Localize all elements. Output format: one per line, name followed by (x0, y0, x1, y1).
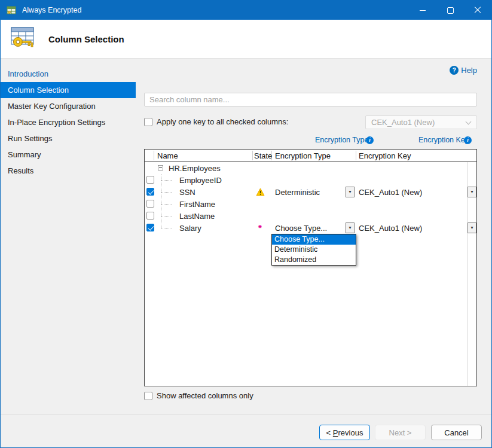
encryption-key-help-link[interactable]: Encryption Key (418, 136, 469, 144)
firstname-checkbox[interactable] (146, 200, 154, 208)
encryption-type-info-icon[interactable]: i (366, 136, 374, 144)
table-group-row: HR.Employees (145, 162, 476, 174)
encryption-type-help-link[interactable]: Encryption Type (315, 136, 368, 144)
column-row-lastname: LastName (145, 210, 476, 222)
maximize-button[interactable] (436, 1, 464, 20)
column-name: FirstName (179, 200, 215, 209)
dropdown-arrow-icon: ▾ (349, 225, 351, 230)
sidebar-item-run-settings[interactable]: Run Settings (1, 130, 136, 147)
table-key-icon (9, 25, 36, 53)
column-name: LastName (179, 212, 215, 221)
show-affected-columns-label: Show affected columns only (157, 391, 253, 400)
grid-header: Name State Encryption Type Encryption Ke… (145, 150, 476, 162)
wizard-header: Column Selection (1, 20, 491, 59)
column-row-ssn: SSN Deterministic ▾ CEK_Auto1 (New) ▾ (145, 186, 476, 198)
next-button[interactable]: Next > (375, 425, 426, 440)
dropdown-arrow-icon: ▾ (470, 190, 473, 194)
salary-checkbox[interactable] (146, 224, 154, 231)
column-header-state[interactable]: State (254, 151, 272, 160)
page-title: Column Selection (48, 34, 124, 44)
previous-button[interactable]: < Previous (319, 425, 370, 440)
help-icon: ? (450, 66, 459, 75)
column-name: EmployeeID (179, 176, 222, 185)
column-header-encryption-type[interactable]: Encryption Type (275, 151, 331, 160)
dropdown-option-deterministic[interactable]: Deterministic (272, 245, 356, 255)
close-button[interactable] (464, 1, 491, 20)
minimize-button[interactable] (409, 1, 436, 20)
ssn-encryption-key-dropdown-button[interactable]: ▾ (467, 187, 476, 197)
column-row-salary: Salary * Choose Type... ▾ CEK_Auto1 (New… (145, 222, 476, 234)
dropdown-option-randomized[interactable]: Randomized (272, 255, 356, 265)
columns-grid: Name State Encryption Type Encryption Ke… (144, 149, 477, 386)
sidebar-item-in-place-encryption-settings[interactable]: In-Place Encryption Settings (1, 114, 136, 130)
maximize-icon (447, 7, 454, 14)
minimize-icon (420, 10, 426, 11)
dropdown-arrow-icon: ▾ (349, 190, 351, 194)
apply-one-key-checkbox[interactable] (144, 118, 152, 126)
column-header-name[interactable]: Name (157, 151, 178, 160)
column-row-employeeid: EmployeeID (145, 174, 476, 186)
table-name-label: HR.Employees (169, 164, 221, 173)
column-header-encryption-key[interactable]: Encryption Key (359, 151, 411, 160)
sidebar-item-introduction[interactable]: Introduction (1, 66, 136, 82)
salary-encryption-type-combo[interactable]: Choose Type... (275, 224, 327, 233)
chevron-down-icon (466, 119, 472, 125)
check-icon (148, 188, 154, 194)
salary-encryption-type-dropdown-button[interactable]: ▾ (346, 223, 355, 233)
help-link[interactable]: ? Help (450, 66, 477, 75)
encryption-type-dropdown-list: Choose Type... Deterministic Randomized (271, 234, 356, 266)
header-separator (356, 151, 356, 160)
help-label: Help (461, 66, 477, 75)
salary-encryption-key-dropdown-button[interactable]: ▾ (467, 223, 476, 233)
warning-icon (256, 188, 265, 196)
show-affected-columns-checkbox[interactable] (144, 392, 152, 400)
ssn-encryption-key-combo[interactable]: CEK_Auto1 (New) (359, 188, 422, 197)
minus-icon (159, 167, 162, 168)
column-name: Salary (179, 224, 201, 233)
sidebar-item-column-selection[interactable]: Column Selection (1, 82, 136, 98)
wizard-steps-sidebar: Introduction Column Selection Master Key… (1, 59, 136, 415)
check-icon (148, 224, 154, 230)
always-encrypted-wizard-window: Always Encrypted Column Selectio (0, 0, 492, 448)
employeeid-checkbox[interactable] (146, 176, 154, 184)
lastname-checkbox[interactable] (146, 212, 154, 220)
wizard-footer: < Previous Next > Cancel (1, 415, 491, 447)
close-icon (474, 7, 481, 14)
cancel-button[interactable]: Cancel (431, 425, 482, 440)
dropdown-arrow-icon: ▾ (470, 225, 473, 230)
apply-key-dropdown-value: CEK_Auto1 (New) (371, 118, 435, 127)
header-separator (154, 151, 154, 160)
encryption-key-info-icon[interactable]: i (464, 136, 472, 144)
sidebar-item-results[interactable]: Results (1, 163, 136, 179)
column-row-firstname: FirstName (145, 198, 476, 210)
header-separator (252, 151, 253, 160)
column-name: SSN (179, 188, 195, 197)
search-column-input[interactable] (144, 93, 477, 106)
salary-encryption-key-combo[interactable]: CEK_Auto1 (New) (359, 224, 422, 233)
window-title: Always Encrypted (22, 6, 81, 14)
titlebar: Always Encrypted (1, 1, 491, 20)
app-icon (7, 5, 17, 15)
sidebar-item-summary[interactable]: Summary (1, 147, 136, 163)
apply-one-key-label: Apply one key to all checked columns: (157, 117, 288, 126)
window-controls (409, 1, 491, 20)
tree-collapse-toggle[interactable] (158, 165, 163, 170)
column-selection-panel: ? Help Apply one key to all checked colu… (136, 59, 491, 415)
apply-key-dropdown[interactable]: CEK_Auto1 (New) (365, 115, 477, 129)
sidebar-item-master-key-configuration[interactable]: Master Key Configuration (1, 98, 136, 114)
ssn-encryption-type-combo[interactable]: Deterministic (275, 188, 320, 197)
dropdown-option-choose-type[interactable]: Choose Type... (272, 234, 356, 245)
ssn-checkbox[interactable] (146, 188, 154, 196)
ssn-encryption-type-dropdown-button[interactable]: ▾ (346, 187, 355, 197)
required-marker-icon: * (258, 223, 262, 233)
